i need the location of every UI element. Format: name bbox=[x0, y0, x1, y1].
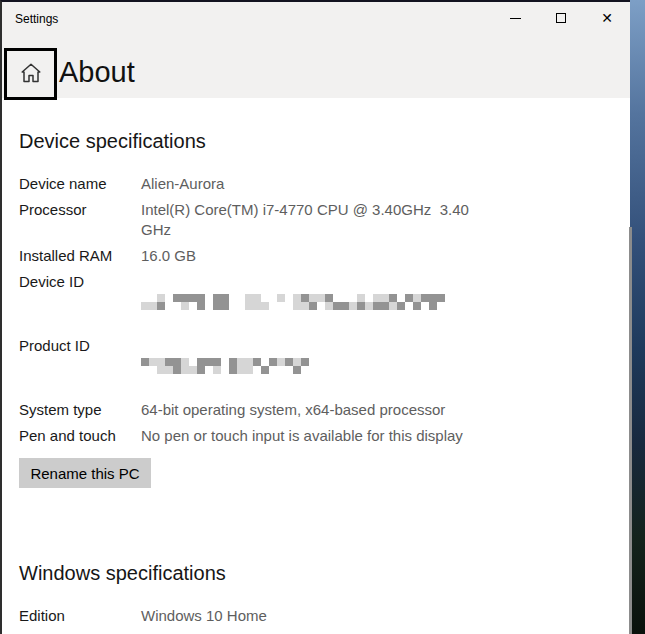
close-icon: ✕ bbox=[601, 11, 613, 25]
spec-label: Product ID bbox=[19, 336, 141, 394]
spec-label: Processor bbox=[19, 200, 141, 240]
spec-label: Pen and touch bbox=[19, 426, 141, 446]
edition-row: Edition Windows 10 Home bbox=[19, 606, 632, 626]
pen-and-touch-row: Pen and touch No pen or touch input is a… bbox=[19, 426, 632, 446]
settings-window: Settings ✕ About Device specifications D… bbox=[0, 0, 630, 634]
home-icon bbox=[19, 61, 43, 88]
redaction-mosaic bbox=[141, 294, 445, 310]
spec-value: 16.0 GB bbox=[141, 246, 196, 266]
system-type-row: System type 64-bit operating system, x64… bbox=[19, 400, 632, 420]
spec-value: 64-bit operating system, x64-based proce… bbox=[141, 400, 445, 420]
page-content: Device specifications Device name Alien-… bbox=[2, 98, 632, 634]
device-id-redacted-value bbox=[141, 272, 445, 330]
home-button[interactable] bbox=[4, 48, 57, 100]
device-id-row: Device ID bbox=[19, 272, 632, 330]
processor-row: Processor Intel(R) Core(TM) i7-4770 CPU … bbox=[19, 200, 632, 240]
minimize-icon bbox=[510, 18, 521, 19]
device-spec-rows: Device name Alien-Aurora Processor Intel… bbox=[19, 174, 632, 446]
spec-label: Installed RAM bbox=[19, 246, 141, 266]
close-button[interactable]: ✕ bbox=[584, 2, 630, 34]
maximize-icon bbox=[556, 13, 566, 23]
installed-ram-row: Installed RAM 16.0 GB bbox=[19, 246, 632, 266]
vertical-scrollbar-thumb[interactable] bbox=[629, 227, 632, 634]
maximize-button[interactable] bbox=[538, 2, 584, 34]
spec-label: System type bbox=[19, 400, 141, 420]
device-specifications-heading: Device specifications bbox=[19, 129, 632, 153]
product-id-row: Product ID bbox=[19, 336, 632, 394]
spec-value: No pen or touch input is available for t… bbox=[141, 426, 463, 446]
window-title: Settings bbox=[15, 12, 58, 26]
page-title: About bbox=[59, 56, 135, 89]
windows-spec-rows: Edition Windows 10 Home Version 1903 Ins… bbox=[19, 606, 632, 634]
redaction-mosaic bbox=[141, 358, 309, 374]
spec-label: Edition bbox=[19, 606, 141, 626]
rename-pc-button[interactable]: Rename this PC bbox=[19, 458, 151, 488]
spec-value: Intel(R) Core(TM) i7-4770 CPU @ 3.40GHz … bbox=[141, 200, 469, 240]
spec-label: Device name bbox=[19, 174, 141, 194]
windows-specifications-heading: Windows specifications bbox=[19, 561, 632, 585]
spec-label: Device ID bbox=[19, 272, 141, 330]
device-name-row: Device name Alien-Aurora bbox=[19, 174, 632, 194]
spec-value: Alien-Aurora bbox=[141, 174, 224, 194]
product-id-redacted-value bbox=[141, 336, 309, 394]
spec-value: Windows 10 Home bbox=[141, 606, 267, 626]
minimize-button[interactable] bbox=[492, 2, 538, 34]
window-controls: ✕ bbox=[492, 2, 630, 34]
